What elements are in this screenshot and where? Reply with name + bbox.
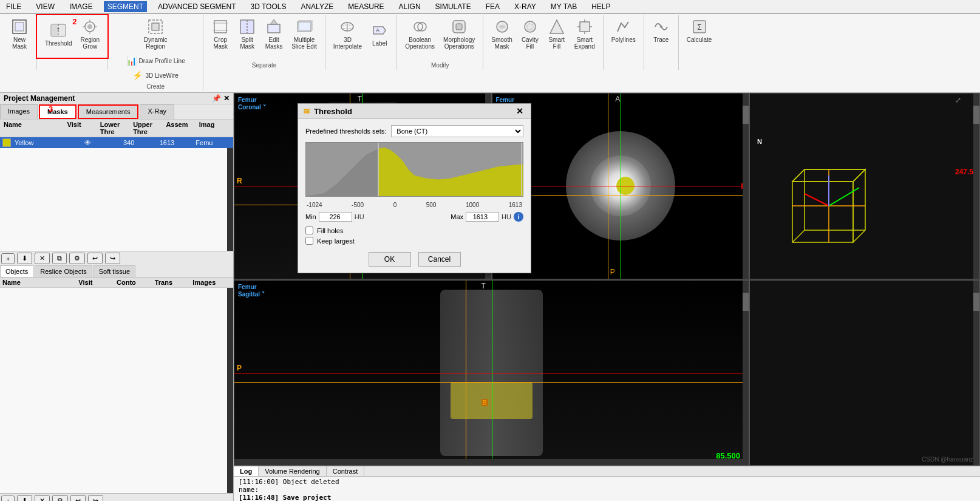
threshold-dialog[interactable]: ≋ Threshold ✕ Predefined thresholds sets… (298, 103, 531, 273)
threshold-button[interactable]: T Threshold 2 (42, 20, 75, 49)
menu-image[interactable]: IMAGE (66, 1, 97, 12)
fill-holes-checkbox[interactable] (305, 227, 313, 234)
masks-scrollbar[interactable] (227, 148, 233, 251)
histogram-area (305, 142, 523, 197)
min-unit: HU (355, 213, 364, 220)
boolean-ops-button[interactable]: BooleanOperations (402, 16, 438, 52)
polylines-button[interactable]: Polylines (608, 16, 639, 45)
add-mask-button[interactable]: + (1, 253, 15, 264)
tab-images[interactable]: Images (0, 104, 38, 119)
multiple-slice-edit-button[interactable]: MultipleSlice Edit (288, 16, 320, 52)
objects-scrollbar[interactable] (227, 288, 233, 493)
sagittal-scrollbar[interactable] (743, 281, 749, 466)
cancel-button[interactable]: Cancel (418, 252, 461, 267)
log-tab-log[interactable]: Log (234, 466, 259, 476)
viewport-sagittal[interactable]: Femur Sagittal ˅ T B P (234, 280, 749, 466)
menu-file[interactable]: FILE (2, 1, 25, 12)
info-icon[interactable]: i (514, 212, 523, 222)
obj-undo-button[interactable]: ↩ (70, 495, 86, 501)
annotation-3: 3 (49, 104, 53, 114)
log-line-2: name: (239, 486, 975, 494)
eye-icon[interactable]: 👁 (83, 139, 120, 146)
menu-help[interactable]: HELP (588, 1, 614, 12)
ok-button[interactable]: OK (369, 252, 411, 267)
sagittal-scrollbar-thumb[interactable] (743, 293, 749, 311)
menu-segment[interactable]: SEGMENT (104, 1, 147, 12)
menu-measure[interactable]: MEASURE (344, 1, 387, 12)
crop-mask-button[interactable]: CropMask (208, 16, 233, 52)
menu-fea[interactable]: FEA (482, 1, 503, 12)
delete-button[interactable]: ✕ (35, 253, 50, 264)
menu-3d-tools[interactable]: 3D TOOLS (247, 1, 290, 12)
calculate-button[interactable]: Σ Calculate (684, 16, 715, 45)
log-tab-volume[interactable]: Volume Rendering (259, 466, 327, 476)
tab-masks[interactable]: Masks (39, 104, 77, 119)
axial-scrollbar-thumb[interactable] (743, 106, 749, 124)
smart-expand-button[interactable]: SmartExpand (571, 16, 598, 52)
3d-interpolate-button[interactable]: 3DInterpolate (330, 16, 365, 52)
max-input[interactable] (466, 212, 499, 222)
redo-button[interactable]: ↪ (105, 253, 120, 264)
menu-simulate[interactable]: SIMULATE (432, 1, 475, 12)
fill-holes-label[interactable]: Fill holes (317, 227, 343, 234)
draw-profile-button[interactable]: 📊 Draw Profile Line (113, 54, 198, 67)
smart-fill-button[interactable]: SmartFill (545, 16, 569, 52)
3d-livewire-button[interactable]: ⚡ 3D LiveWire (113, 69, 198, 82)
3d-scrollbar-thumb[interactable] (973, 106, 979, 124)
menu-advanced-segment[interactable]: ADVANCED SEGMENT (154, 1, 239, 12)
smooth-mask-button[interactable]: SmoothMask (488, 16, 515, 52)
keep-largest-checkbox[interactable] (305, 237, 313, 245)
obj-redo-button[interactable]: ↪ (88, 495, 103, 501)
3d-bottom-scrollbar[interactable] (973, 281, 979, 466)
tab-objects[interactable]: Objects (0, 265, 33, 277)
tab-soft-tissue[interactable]: Soft tissue (94, 265, 135, 277)
log-tab-contrast[interactable]: Contrast (327, 466, 365, 476)
mask-row-yellow[interactable]: Yellow 👁 340 1613 Femu (0, 137, 233, 148)
label-button[interactable]: A Label (367, 20, 392, 49)
menu-align[interactable]: ALIGN (395, 1, 424, 12)
keep-largest-label[interactable]: Keep largest (317, 237, 355, 245)
menu-view[interactable]: VIEW (32, 1, 58, 12)
dialog-close-button[interactable]: ✕ (514, 106, 526, 116)
tab-measurements[interactable]: Measurements (78, 104, 139, 119)
trace-button[interactable]: Trace (649, 16, 673, 45)
menu-bar: FILE VIEW IMAGE SEGMENT ADVANCED SEGMENT… (0, 0, 980, 14)
min-input[interactable] (319, 212, 352, 222)
panel-pin-button[interactable]: 📌 (212, 94, 221, 103)
region-grow-button[interactable]: RegionGrow (77, 16, 103, 52)
menu-analyze[interactable]: ANALYZE (297, 1, 337, 12)
split-mask-button[interactable]: SplitMask (235, 16, 259, 52)
cavity-fill-button[interactable]: CavityFill (518, 16, 542, 52)
3d-bottom-scrollbar-thumb[interactable] (973, 293, 979, 311)
threed-expand[interactable]: ⤢ (955, 96, 961, 104)
toolbar-icons-3d: 3DInterpolate A Label (330, 16, 392, 52)
copy-button[interactable]: ⧉ (52, 253, 67, 264)
viewport-3d[interactable]: ⤢ (749, 93, 980, 279)
download-button[interactable]: ⬇ (17, 253, 32, 264)
panel-close-button[interactable]: ✕ (223, 94, 230, 103)
new-mask-icon (11, 18, 28, 35)
obj-download-button[interactable]: ⬇ (17, 495, 32, 501)
sagittal-label: Femur Sagittal ˅ (238, 283, 265, 298)
viewport-3d-bottom[interactable]: CSDN @hanxuanzi (749, 280, 980, 466)
toolbar-icons-calculate: Σ Calculate (684, 16, 715, 45)
new-mask-button[interactable]: NewMask (7, 16, 32, 52)
undo-button[interactable]: ↩ (87, 253, 103, 264)
3d-scrollbar[interactable] (973, 94, 979, 279)
obj-settings-button[interactable]: ⚙ (52, 495, 68, 501)
axial-scrollbar[interactable] (743, 94, 749, 279)
settings-button[interactable]: ⚙ (69, 253, 85, 264)
obj-delete-button[interactable]: ✕ (35, 495, 50, 501)
svg-marker-35 (550, 20, 563, 33)
predefined-select[interactable]: Bone (CT) Soft Tissue (CT) Custom (391, 125, 523, 137)
morphology-ops-button[interactable]: MorphologyOperations (440, 16, 478, 52)
edit-masks-button[interactable]: EditMasks (262, 16, 286, 52)
menu-my-tab[interactable]: MY TAB (547, 1, 580, 12)
dynamic-region-button[interactable]: DynamicRegion (141, 16, 171, 52)
add-object-button[interactable]: + (1, 496, 15, 502)
menu-xray[interactable]: X-RAY (511, 1, 540, 12)
sagittal-hscrollbar[interactable] (234, 459, 743, 465)
tab-xray[interactable]: X-Ray (140, 104, 174, 119)
threshold-icon: T (50, 22, 67, 39)
tab-reslice-objects[interactable]: Reslice Objects (35, 265, 92, 277)
